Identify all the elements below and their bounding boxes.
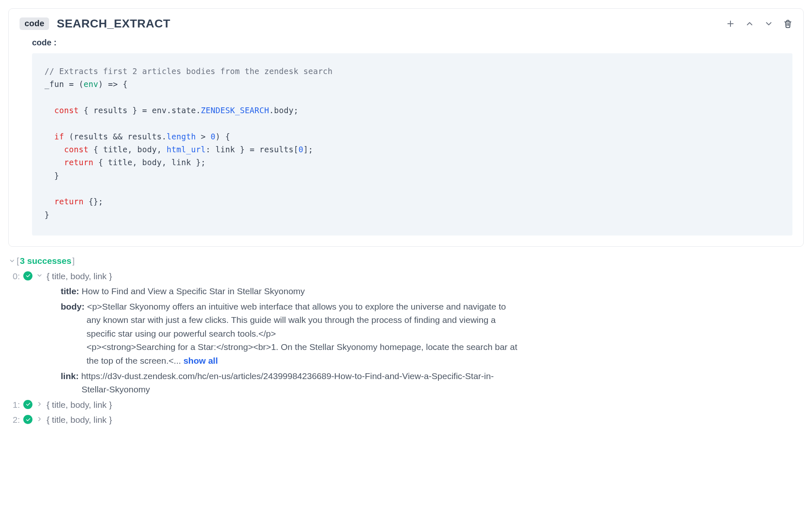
chevron-right-icon[interactable] <box>36 415 43 423</box>
code-comment: // Extracts first 2 articles bodies from… <box>45 67 333 76</box>
result-keys: { title, body, link } <box>47 270 112 283</box>
result-keys: { title, body, link } <box>47 413 112 427</box>
chevron-down-icon[interactable] <box>36 272 43 279</box>
code-field-label: code : <box>32 38 792 47</box>
chevron-down-icon[interactable] <box>8 257 16 265</box>
code-token: _fun <box>45 79 64 89</box>
card-header-left: code SEARCH_EXTRACT <box>20 17 171 30</box>
card-header: code SEARCH_EXTRACT <box>20 17 792 30</box>
kv-val-body-line: any known star with just a few clicks. T… <box>61 313 560 327</box>
kv-val-link-line: Stellar-Skyonomy <box>61 383 560 397</box>
result-row: 1: { title, body, link } <box>8 398 804 412</box>
result-body: title: How to Find and View a Specific S… <box>61 285 560 396</box>
check-icon <box>23 271 32 280</box>
kv-val-body-line: specific star using our powerful search … <box>61 327 560 341</box>
plus-icon[interactable] <box>726 19 735 28</box>
chevron-up-icon[interactable] <box>745 19 754 28</box>
success-count: 3 successes <box>20 254 72 268</box>
result-index: 1: <box>8 398 20 412</box>
block-type-badge: code <box>20 17 49 30</box>
bracket-close: ] <box>72 254 75 268</box>
trash-icon[interactable] <box>783 19 792 28</box>
check-icon <box>23 400 32 409</box>
check-icon <box>23 415 32 424</box>
chevron-right-icon[interactable] <box>36 400 43 408</box>
bracket-open: [ <box>17 254 19 268</box>
code-editor[interactable]: // Extracts first 2 articles bodies from… <box>32 53 792 236</box>
kv-val-body-line: <p><strong>Searching for a Star:</strong… <box>61 340 560 354</box>
kv-key-link: link: <box>61 370 79 383</box>
execution-results: [ 3 successes ] 0: { title, body, link }… <box>8 254 804 427</box>
kv-val-body-line: <p>Stellar Skyonomy offers an intuitive … <box>87 300 506 314</box>
kv-val-title: How to Find and View a Specific Star in … <box>82 285 305 298</box>
result-keys: { title, body, link } <box>47 398 112 412</box>
kv-val-link-line: https://d3v-dust.zendesk.com/hc/en-us/ar… <box>81 370 494 383</box>
result-index: 0: <box>8 270 20 283</box>
exec-summary[interactable]: [ 3 successes ] <box>8 254 804 268</box>
chevron-down-icon[interactable] <box>764 19 773 28</box>
result-row: 0: { title, body, link } <box>8 270 804 283</box>
card-header-actions <box>726 19 792 28</box>
kv-key-body: body: <box>61 300 84 314</box>
code-block-card: code SEARCH_EXTRACT code : // Extracts f… <box>8 8 804 247</box>
block-name[interactable]: SEARCH_EXTRACT <box>57 17 170 30</box>
kv-val-body-line: the top of the screen.<... <box>87 356 183 365</box>
result-row: 2: { title, body, link } <box>8 413 804 427</box>
result-index: 2: <box>8 413 20 427</box>
kv-key-title: title: <box>61 285 79 298</box>
show-all-link[interactable]: show all <box>183 356 218 365</box>
